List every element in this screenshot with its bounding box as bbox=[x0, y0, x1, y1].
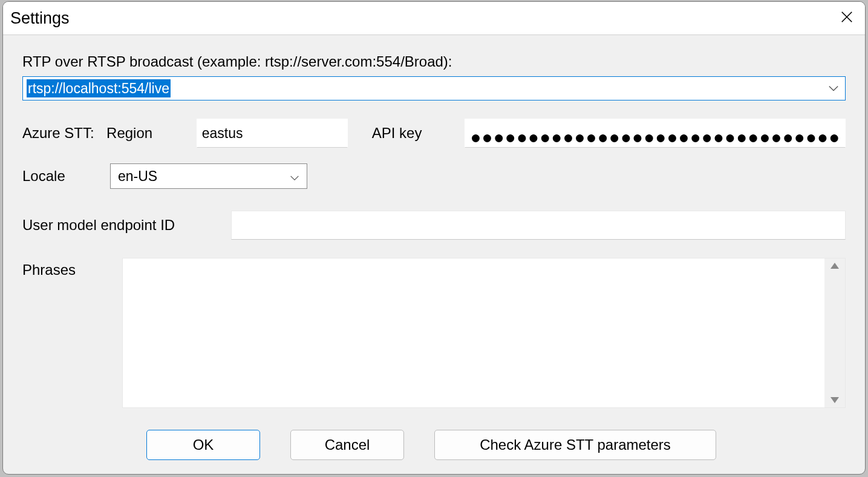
endpoint-input[interactable] bbox=[231, 211, 846, 240]
vertical-scrollbar[interactable] bbox=[824, 258, 845, 407]
ok-button[interactable]: OK bbox=[146, 430, 260, 460]
close-icon bbox=[840, 10, 853, 27]
locale-select[interactable]: en-US bbox=[110, 163, 307, 189]
rtsp-value: rtsp://localhost:554/live bbox=[27, 79, 171, 97]
dialog-title: Settings bbox=[8, 9, 70, 28]
azure-stt-row: Azure STT: Region API key ●●●●●●●●●●●●●●… bbox=[22, 119, 846, 148]
endpoint-row: User model endpoint ID bbox=[22, 211, 846, 240]
rtsp-combobox[interactable]: rtsp://localhost:554/live bbox=[22, 76, 846, 100]
scroll-up-button[interactable] bbox=[829, 261, 841, 271]
api-key-label: API key bbox=[372, 125, 465, 142]
locale-label: Locale bbox=[22, 168, 110, 185]
phrases-textarea[interactable] bbox=[123, 258, 824, 407]
endpoint-label: User model endpoint ID bbox=[22, 217, 231, 234]
region-label: Region bbox=[106, 125, 197, 142]
chevron-down-icon bbox=[290, 168, 299, 185]
api-key-input[interactable]: ●●●●●●●●●●●●●●●●●●●●●●●●●●●●●●●● bbox=[465, 119, 846, 148]
phrases-row: Phrases bbox=[22, 258, 846, 408]
cancel-button[interactable]: Cancel bbox=[290, 430, 404, 460]
triangle-up-icon bbox=[830, 262, 840, 269]
titlebar: Settings bbox=[3, 2, 865, 35]
settings-dialog: Settings RTP over RTSP broadcast (exampl… bbox=[2, 1, 866, 475]
close-button[interactable] bbox=[836, 7, 858, 29]
phrases-label: Phrases bbox=[22, 258, 122, 278]
locale-row: Locale en-US bbox=[22, 163, 846, 189]
rtsp-label: RTP over RTSP broadcast (example: rtsp:/… bbox=[22, 53, 452, 70]
phrases-box bbox=[122, 258, 846, 408]
chevron-down-icon bbox=[828, 85, 839, 92]
locale-value: en-US bbox=[118, 168, 157, 185]
scroll-down-button[interactable] bbox=[829, 395, 841, 405]
azure-stt-label: Azure STT: bbox=[22, 125, 106, 142]
check-azure-button[interactable]: Check Azure STT parameters bbox=[434, 430, 716, 460]
dialog-content: RTP over RTSP broadcast (example: rtsp:/… bbox=[3, 35, 865, 472]
triangle-down-icon bbox=[830, 396, 840, 404]
region-input[interactable] bbox=[197, 119, 348, 148]
button-row: OK Cancel Check Azure STT parameters bbox=[22, 430, 846, 460]
